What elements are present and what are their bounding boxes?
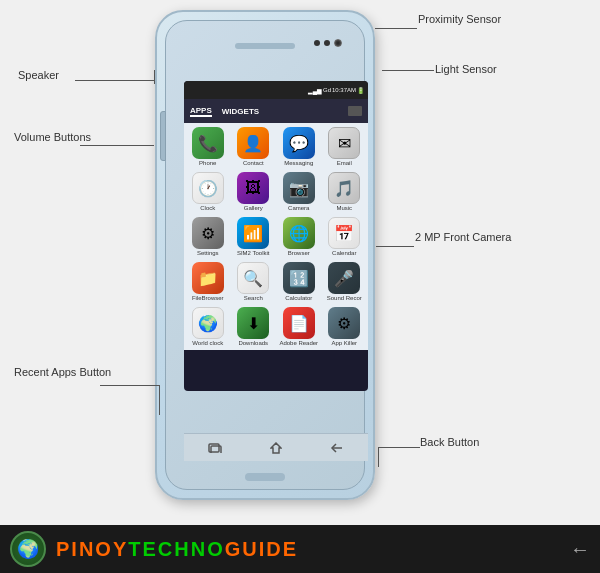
app-icon-img: 💬 — [283, 127, 315, 159]
ptg-pinoy: PINOY — [56, 538, 128, 561]
app-icon-img: ✉ — [328, 127, 360, 159]
app-icon-img: 🕐 — [192, 172, 224, 204]
ptg-logo: 🌍 — [10, 531, 46, 567]
light-sensor-line — [382, 70, 434, 71]
back-button-line-v — [378, 447, 379, 467]
app-icon-img: ⚙ — [328, 307, 360, 339]
app-icon-label: Browser — [288, 250, 310, 256]
proximity-line — [375, 28, 417, 29]
app-icon-phone[interactable]: 📞Phone — [186, 125, 230, 168]
app-icon-img: 📞 — [192, 127, 224, 159]
phone-speaker — [235, 43, 295, 49]
main-area: ▂▄▆ Gd 10:37AM 🔋 APPS WIDGETS 📞Phone👤Con… — [0, 0, 600, 525]
app-icon-sound-recor[interactable]: 🎤Sound Recor — [323, 260, 367, 303]
front-camera-label: 2 MP Front Camera — [415, 230, 511, 244]
speaker-line — [75, 80, 155, 81]
app-grid: 📞Phone👤Contact💬Messaging✉Email🕐Clock🖼Gal… — [184, 123, 368, 350]
tab-widgets[interactable]: WIDGETS — [222, 107, 259, 116]
volume-buttons-physical[interactable] — [160, 111, 166, 161]
phone-inner: ▂▄▆ Gd 10:37AM 🔋 APPS WIDGETS 📞Phone👤Con… — [165, 20, 365, 490]
app-icon-img: 📅 — [328, 217, 360, 249]
signal-type: Gd — [323, 87, 331, 93]
app-icon-email[interactable]: ✉Email — [323, 125, 367, 168]
ptg-title: PINOY TECHNO GUIDE — [56, 538, 298, 561]
recent-apps-line — [100, 385, 160, 386]
app-icon-img: 🔢 — [283, 262, 315, 294]
speaker-label: Speaker — [18, 68, 59, 82]
app-icon-settings[interactable]: ⚙Settings — [186, 215, 230, 258]
app-icon-img: 🔍 — [237, 262, 269, 294]
app-icon-img: ⬇ — [237, 307, 269, 339]
app-icon-label: App Killer — [331, 340, 357, 346]
recent-apps-label: Recent Apps Button — [14, 365, 111, 379]
app-icon-img: 🌐 — [283, 217, 315, 249]
recent-apps-button[interactable] — [206, 441, 224, 455]
ptg-arrow: ← — [570, 538, 590, 561]
app-icon-label: Music — [336, 205, 352, 211]
phone-sensors — [314, 39, 342, 47]
app-icon-clock[interactable]: 🕐Clock — [186, 170, 230, 213]
proximity-sensor-dot — [314, 40, 320, 46]
app-header: APPS WIDGETS — [184, 99, 368, 123]
app-icon-filebrowser[interactable]: 📁FileBrowser — [186, 260, 230, 303]
app-icon-label: Search — [244, 295, 263, 301]
app-icon-messaging[interactable]: 💬Messaging — [277, 125, 321, 168]
app-icon-img: 📁 — [192, 262, 224, 294]
logo-icon: 🌍 — [17, 538, 39, 560]
app-icon-label: Email — [337, 160, 352, 166]
app-icon-app-killer[interactable]: ⚙App Killer — [323, 305, 367, 348]
home-button[interactable] — [267, 441, 285, 455]
bottom-bar: 🌍 PINOY TECHNO GUIDE ← — [0, 525, 600, 573]
app-icon-label: FileBrowser — [192, 295, 224, 301]
app-icon-adobe-reader[interactable]: 📄Adobe Reader — [277, 305, 321, 348]
light-sensor-label: Light Sensor — [435, 62, 497, 76]
proximity-sensor-label: Proximity Sensor — [418, 12, 501, 26]
back-button-label: Back Button — [420, 435, 479, 449]
app-icon-calculator[interactable]: 🔢Calculator — [277, 260, 321, 303]
app-icon-img: 👤 — [237, 127, 269, 159]
status-bar: ▂▄▆ Gd 10:37AM 🔋 — [184, 81, 368, 99]
volume-buttons-label: Volume Buttons — [14, 130, 91, 144]
front-camera-dot — [334, 39, 342, 47]
app-icon-label: Sound Recor — [327, 295, 362, 301]
back-button[interactable] — [328, 441, 346, 455]
speaker-line-v — [154, 70, 155, 84]
tab-apps[interactable]: APPS — [190, 106, 212, 117]
nav-bar — [184, 433, 368, 461]
volume-line — [80, 145, 154, 146]
app-icon-downloads[interactable]: ⬇Downloads — [232, 305, 276, 348]
app-icon-label: Contact — [243, 160, 264, 166]
back-button-line — [378, 447, 420, 448]
battery-icon: 🔋 — [357, 87, 364, 94]
app-icon-label: Gallery — [244, 205, 263, 211]
signal-icon: ▂▄▆ — [308, 87, 322, 94]
view-toggle-icon[interactable] — [348, 106, 362, 116]
app-icon-img: 🎤 — [328, 262, 360, 294]
app-icon-label: SIM2 Toolkit — [237, 250, 270, 256]
ptg-guide: GUIDE — [225, 538, 298, 561]
app-icon-calendar[interactable]: 📅Calendar — [323, 215, 367, 258]
app-icon-label: Adobe Reader — [279, 340, 318, 346]
app-icon-label: Camera — [288, 205, 309, 211]
app-icon-img: 🌍 — [192, 307, 224, 339]
phone-screen: ▂▄▆ Gd 10:37AM 🔋 APPS WIDGETS 📞Phone👤Con… — [184, 81, 368, 391]
light-sensor-dot — [324, 40, 330, 46]
app-icon-search[interactable]: 🔍Search — [232, 260, 276, 303]
app-icon-contact[interactable]: 👤Contact — [232, 125, 276, 168]
status-icons: ▂▄▆ Gd 10:37AM 🔋 — [308, 87, 364, 94]
app-icon-world-clock[interactable]: 🌍World clock — [186, 305, 230, 348]
app-icon-gallery[interactable]: 🖼Gallery — [232, 170, 276, 213]
app-icon-img: ⚙ — [192, 217, 224, 249]
app-icon-img: 📄 — [283, 307, 315, 339]
app-icon-label: World clock — [192, 340, 223, 346]
app-icon-img: 🎵 — [328, 172, 360, 204]
app-icon-camera[interactable]: 📷Camera — [277, 170, 321, 213]
ptg-techno: TECHNO — [128, 538, 224, 561]
app-icon-img: 📷 — [283, 172, 315, 204]
app-icon-music[interactable]: 🎵Music — [323, 170, 367, 213]
app-icon-browser[interactable]: 🌐Browser — [277, 215, 321, 258]
app-icon-label: Clock — [200, 205, 215, 211]
app-icon-img: 🖼 — [237, 172, 269, 204]
app-icon-sim2-toolkit[interactable]: 📶SIM2 Toolkit — [232, 215, 276, 258]
app-icon-label: Calculator — [285, 295, 312, 301]
